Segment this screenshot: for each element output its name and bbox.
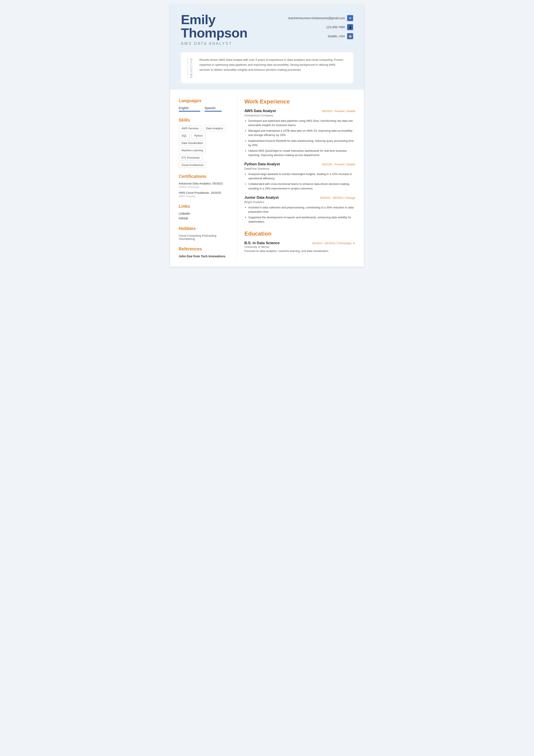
job-bullets: Assisted in data collection and preproce… — [244, 205, 355, 224]
left-column: Languages English Spanish Skills AWS Ser… — [170, 96, 237, 260]
languages-title: Languages — [179, 98, 230, 103]
header-left: Emily Thompson AWS DATA ANALYST — [181, 13, 247, 46]
hobbies-text: Cloud Computing Podcasting Volunteering — [179, 234, 230, 240]
phone-text: 123-456-7890 — [326, 25, 345, 29]
edu-school: University of Illinois — [244, 245, 355, 249]
cert-org: AWS Training — [179, 195, 230, 198]
candidate-name: Emily Thompson — [181, 13, 247, 40]
edu-header: B.S. in Data Science06/2014 - 09/2018 | … — [244, 241, 355, 245]
skill-tag: Machine Learning — [179, 148, 206, 153]
header-right: teacherresumes+instaresume@gmail.com ✉ 1… — [288, 15, 353, 39]
main-body: Languages English Spanish Skills AWS Ser… — [170, 90, 364, 267]
email-icon: ✉ — [347, 15, 353, 21]
right-column: Work Experience AWS Data Analyst06/2018 … — [237, 96, 364, 260]
job-title: Python Data Analyst — [244, 162, 280, 166]
link-item[interactable]: LinkedIn — [179, 212, 230, 215]
language-english: English — [179, 106, 200, 112]
objective-box: OBJECTIVE Results-driven AWS Data Analys… — [181, 52, 353, 83]
location-text: Seattle, USA — [328, 35, 345, 38]
skill-tag: Python — [191, 133, 205, 139]
skills-tags: AWS ServicesData AnalyticsSQLPythonData … — [179, 126, 230, 168]
certifications-title: Certifications — [179, 174, 230, 179]
education-block: B.S. in Data Science06/2014 - 09/2018 | … — [244, 241, 355, 253]
bullet-item: Assisted in data collection and preproce… — [248, 205, 355, 214]
education-title: Education — [244, 230, 355, 237]
certification-item: AWS Cloud Practitioner, 10/2020AWS Train… — [179, 191, 230, 198]
first-name: Emily — [181, 12, 215, 27]
language-english-bar — [179, 111, 200, 112]
reference-name: John Doe from Tech Innovations — [179, 255, 230, 258]
skill-tag: SQL — [179, 133, 190, 139]
job-title: AWS Data Analyst — [244, 109, 276, 113]
header-section: Emily Thompson AWS DATA ANALYST teacherr… — [170, 4, 364, 52]
cert-name: AWS Cloud Practitioner, 10/2020 — [179, 191, 230, 194]
skills-title: Skills — [179, 118, 230, 122]
job-company: Bright Analytics — [244, 201, 355, 204]
references-title: References — [179, 247, 230, 252]
links-title: Links — [179, 204, 230, 209]
skill-tag: ETL Processes — [179, 155, 202, 161]
location-contact: Seattle, USA 🏠 — [328, 33, 353, 39]
candidate-title: AWS DATA ANALYST — [181, 41, 247, 46]
job-block: Junior Data Analyst06/2018 - 09/2020 | C… — [244, 196, 355, 224]
skill-tag: AWS Services — [179, 126, 201, 131]
job-header: Junior Data Analyst06/2018 - 09/2020 | C… — [244, 196, 355, 200]
job-dates: 06/2020 - Present | Seattle — [322, 163, 355, 166]
language-english-name: English — [179, 106, 189, 110]
bullet-item: Supported the development of reports and… — [248, 215, 355, 224]
bullet-item: Developed and optimized data pipelines u… — [248, 119, 355, 127]
skill-tag: Data Visualization — [179, 140, 206, 146]
edu-degree: B.S. in Data Science — [244, 241, 279, 245]
phone-contact: 123-456-7890 📱 — [326, 24, 353, 30]
objective-text: Results-driven AWS Data Analyst with ove… — [199, 58, 347, 72]
job-dates: 06/2018 - Present | Seattle — [322, 109, 355, 113]
last-name: Thompson — [181, 25, 247, 40]
edu-description: Focused on data analytics, machine learn… — [244, 249, 355, 253]
job-title: Junior Data Analyst — [244, 196, 279, 200]
hobbies-title: Hobbies — [179, 226, 230, 231]
bullet-item: Utilized AWS QuickSight to create intera… — [248, 149, 355, 157]
job-header: Python Data Analyst06/2020 - Present | S… — [244, 162, 355, 166]
work-experience-title: Work Experience — [244, 98, 355, 105]
link-item[interactable]: GitHub — [179, 217, 230, 220]
languages-grid: English Spanish — [179, 106, 230, 112]
job-bullets: Developed and optimized data pipelines u… — [244, 119, 355, 157]
bullet-item: Managed and maintained a 10TB data lake … — [248, 129, 355, 137]
email-contact: teacherresumes+instaresume@gmail.com ✉ — [288, 15, 353, 21]
cert-name: Advanced Data Analytics, 05/2021 — [179, 182, 230, 185]
language-spanish-name: Spanish — [205, 106, 216, 110]
bullet-item: Implemented Amazon Redshift for data war… — [248, 139, 355, 148]
job-bullets: Analyzed large datasets to extract meani… — [244, 172, 355, 191]
bullet-item: Analyzed large datasets to extract meani… — [248, 172, 355, 180]
language-spanish-bar — [205, 111, 222, 112]
job-dates: 06/2018 - 09/2020 | Chicago — [320, 196, 355, 199]
job-block: AWS Data Analyst06/2018 - Present | Seat… — [244, 109, 355, 157]
certification-item: Advanced Data Analytics, 05/2021Online U… — [179, 182, 230, 189]
job-block: Python Data Analyst06/2020 - Present | S… — [244, 162, 355, 191]
links-list: LinkedInGitHub — [179, 212, 230, 220]
job-company: DataFlow Solutions — [244, 167, 355, 170]
phone-icon: 📱 — [347, 24, 353, 30]
skill-tag: Data Analytics — [203, 126, 226, 131]
email-text: teacherresumes+instaresume@gmail.com — [288, 16, 345, 20]
certifications-list: Advanced Data Analytics, 05/2021Online U… — [179, 182, 230, 198]
edu-dates: 06/2014 - 09/2018 | Champaign, IL — [312, 242, 355, 245]
resume-container: Emily Thompson AWS DATA ANALYST teacherr… — [170, 4, 364, 267]
job-company: Anonymous Company — [244, 114, 355, 117]
skill-tag: Cloud Architecture — [179, 162, 206, 168]
jobs-list: AWS Data Analyst06/2018 - Present | Seat… — [244, 109, 355, 224]
objective-section: OBJECTIVE Results-driven AWS Data Analys… — [170, 52, 364, 90]
objective-label: OBJECTIVE — [187, 58, 193, 78]
bullet-item: Collaborated with cross-functional teams… — [248, 182, 355, 191]
location-icon: 🏠 — [347, 33, 353, 39]
job-header: AWS Data Analyst06/2018 - Present | Seat… — [244, 109, 355, 113]
cert-org: Online University — [179, 186, 230, 189]
education-list: B.S. in Data Science06/2014 - 09/2018 | … — [244, 241, 355, 253]
language-spanish: Spanish — [205, 106, 222, 112]
